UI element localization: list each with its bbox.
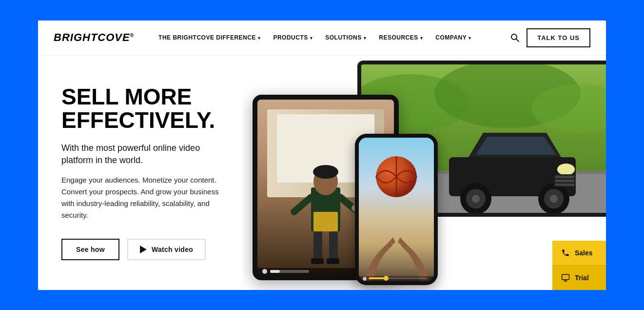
svg-point-14 <box>550 195 558 203</box>
site-header: BRIGHTCOVE® THE BRIGHTCOVE DIFFERENCE ▾ … <box>38 21 606 56</box>
nav-label-resources: RESOURCES <box>379 34 418 41</box>
svg-point-26 <box>313 165 338 179</box>
svg-point-11 <box>472 195 480 203</box>
svg-rect-18 <box>555 180 574 182</box>
svg-rect-31 <box>329 231 338 261</box>
svg-rect-17 <box>555 176 574 178</box>
phone-screen <box>359 138 434 281</box>
hero-media: Sales Trial <box>243 56 606 290</box>
chevron-down-icon: ▾ <box>468 36 471 41</box>
play-icon <box>140 246 147 253</box>
page-container: BRIGHTCOVE® THE BRIGHTCOVE DIFFERENCE ▾ … <box>38 21 606 290</box>
hero-description: Engage your audiences. Monetize your con… <box>61 174 219 221</box>
nav-item-company[interactable]: COMPANY ▾ <box>430 30 476 45</box>
svg-rect-30 <box>313 231 322 261</box>
svg-rect-44 <box>369 277 386 279</box>
watch-video-label: Watch video <box>152 246 193 253</box>
svg-rect-37 <box>270 270 280 273</box>
sales-button[interactable]: Sales <box>552 241 606 265</box>
see-how-button[interactable]: See how <box>61 239 119 260</box>
hero-title-line1: SELL MORE <box>61 84 192 109</box>
side-buttons-container: Sales Trial <box>552 241 606 290</box>
search-icon <box>510 33 520 42</box>
chevron-down-icon: ▾ <box>364 36 367 41</box>
device-phone <box>355 134 438 285</box>
nav-item-products[interactable]: PRODUCTS ▾ <box>268 30 317 45</box>
hero-title-line2: EFFECTIVELY. <box>61 107 215 133</box>
trial-label: Trial <box>575 274 589 282</box>
nav-item-solutions[interactable]: SOLUTIONS ▾ <box>320 30 371 45</box>
phone-icon <box>561 248 570 257</box>
sales-label: Sales <box>575 249 593 257</box>
nav-item-resources[interactable]: RESOURCES ▾ <box>374 30 428 45</box>
nav-label-brightcove-difference: THE BRIGHTCOVE DIFFERENCE <box>158 34 256 41</box>
nav-item-brightcove-difference[interactable]: THE BRIGHTCOVE DIFFERENCE ▾ <box>154 30 265 45</box>
talk-to-us-button[interactable]: TALK TO US <box>527 28 590 47</box>
svg-rect-24 <box>313 212 338 231</box>
watch-video-button[interactable]: Watch video <box>127 239 206 260</box>
svg-line-1 <box>516 39 519 41</box>
svg-point-45 <box>384 276 389 281</box>
svg-point-35 <box>262 269 267 274</box>
hero-left-content: SELL MORE EFFECTIVELY. With the most pow… <box>38 56 243 290</box>
chevron-down-icon: ▾ <box>420 36 423 41</box>
main-nav: THE BRIGHTCOVE DIFFERENCE ▾ PRODUCTS ▾ S… <box>154 28 590 47</box>
hero-section: SELL MORE EFFECTIVELY. With the most pow… <box>38 56 606 290</box>
hero-title: SELL MORE EFFECTIVELY. <box>61 85 219 132</box>
phone-video-content <box>359 138 434 281</box>
logo[interactable]: BRIGHTCOVE® <box>54 31 134 44</box>
svg-point-15 <box>557 164 575 175</box>
trial-button[interactable]: Trial <box>552 265 606 290</box>
svg-rect-19 <box>555 184 574 186</box>
svg-rect-32 <box>311 258 324 264</box>
hero-subtitle: With the most powerful online video plat… <box>61 142 219 166</box>
chevron-down-icon: ▾ <box>258 36 261 41</box>
monitor-icon <box>561 273 570 282</box>
logo-trademark: ® <box>130 33 134 38</box>
nav-label-products: PRODUCTS <box>273 34 308 41</box>
logo-text: BRIGHTCOVE <box>54 31 130 43</box>
svg-point-42 <box>363 277 367 281</box>
hero-buttons: See how Watch video <box>61 239 219 260</box>
search-button[interactable] <box>506 29 524 46</box>
svg-rect-46 <box>562 274 569 280</box>
nav-label-solutions: SOLUTIONS <box>325 34 362 41</box>
chevron-down-icon: ▾ <box>310 36 313 41</box>
svg-rect-33 <box>327 258 339 264</box>
nav-label-company: COMPANY <box>435 34 467 41</box>
